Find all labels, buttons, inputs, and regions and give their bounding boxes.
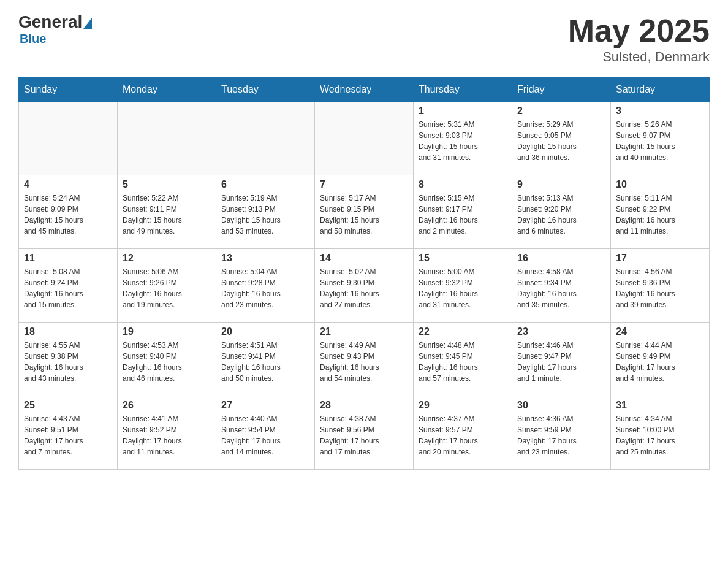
day-info: Sunrise: 4:46 AMSunset: 9:47 PMDaylight:…: [517, 340, 605, 384]
day-info: Sunrise: 5:22 AMSunset: 9:11 PMDaylight:…: [123, 193, 211, 237]
day-number: 15: [419, 253, 507, 264]
day-number: 13: [221, 253, 309, 264]
calendar-cell: [19, 102, 118, 175]
calendar-cell: 22Sunrise: 4:48 AMSunset: 9:45 PMDayligh…: [414, 323, 512, 396]
calendar-cell: 19Sunrise: 4:53 AMSunset: 9:40 PMDayligh…: [118, 323, 216, 396]
day-info: Sunrise: 5:11 AMSunset: 9:22 PMDaylight:…: [616, 193, 704, 237]
title-section: May 2025 Sulsted, Denmark: [568, 12, 710, 65]
calendar-cell: 24Sunrise: 4:44 AMSunset: 9:49 PMDayligh…: [611, 323, 710, 396]
day-number: 10: [616, 179, 704, 190]
weekday-header-wednesday: Wednesday: [315, 78, 414, 102]
day-number: 19: [123, 326, 211, 337]
calendar-cell: 25Sunrise: 4:43 AMSunset: 9:51 PMDayligh…: [19, 396, 118, 470]
calendar-cell: 29Sunrise: 4:37 AMSunset: 9:57 PMDayligh…: [414, 396, 512, 470]
day-number: 8: [419, 179, 507, 190]
calendar-cell: 30Sunrise: 4:36 AMSunset: 9:59 PMDayligh…: [512, 396, 611, 470]
calendar-cell: 8Sunrise: 5:15 AMSunset: 9:17 PMDaylight…: [414, 175, 512, 249]
day-number: 2: [517, 105, 605, 117]
calendar-cell: 14Sunrise: 5:02 AMSunset: 9:30 PMDayligh…: [315, 249, 414, 323]
calendar-week-row: 25Sunrise: 4:43 AMSunset: 9:51 PMDayligh…: [19, 396, 710, 470]
day-info: Sunrise: 5:06 AMSunset: 9:26 PMDaylight:…: [123, 266, 211, 310]
day-info: Sunrise: 5:08 AMSunset: 9:24 PMDaylight:…: [24, 266, 112, 310]
calendar-cell: 23Sunrise: 4:46 AMSunset: 9:47 PMDayligh…: [512, 323, 611, 396]
calendar-cell: 18Sunrise: 4:55 AMSunset: 9:38 PMDayligh…: [19, 323, 118, 396]
weekday-header-thursday: Thursday: [414, 78, 512, 102]
day-number: 16: [517, 253, 605, 264]
calendar-cell: 7Sunrise: 5:17 AMSunset: 9:15 PMDaylight…: [315, 175, 414, 249]
day-number: 30: [517, 400, 605, 411]
day-number: 21: [320, 326, 408, 337]
weekday-header-friday: Friday: [512, 78, 611, 102]
day-info: Sunrise: 5:02 AMSunset: 9:30 PMDaylight:…: [320, 266, 408, 310]
calendar-cell: 5Sunrise: 5:22 AMSunset: 9:11 PMDaylight…: [118, 175, 216, 249]
calendar-cell: 11Sunrise: 5:08 AMSunset: 9:24 PMDayligh…: [19, 249, 118, 323]
day-number: 29: [419, 400, 507, 411]
calendar-cell: 4Sunrise: 5:24 AMSunset: 9:09 PMDaylight…: [19, 175, 118, 249]
logo-general-text: General: [18, 12, 82, 32]
day-info: Sunrise: 5:24 AMSunset: 9:09 PMDaylight:…: [24, 193, 112, 237]
calendar-cell: [216, 102, 315, 175]
calendar-cell: 21Sunrise: 4:49 AMSunset: 9:43 PMDayligh…: [315, 323, 414, 396]
calendar-cell: 12Sunrise: 5:06 AMSunset: 9:26 PMDayligh…: [118, 249, 216, 323]
calendar-week-row: 1Sunrise: 5:31 AMSunset: 9:03 PMDaylight…: [19, 102, 710, 175]
page-header: General Blue May 2025 Sulsted, Denmark: [18, 12, 710, 65]
weekday-header-tuesday: Tuesday: [216, 78, 315, 102]
day-info: Sunrise: 5:04 AMSunset: 9:28 PMDaylight:…: [221, 266, 309, 310]
calendar-cell: 10Sunrise: 5:11 AMSunset: 9:22 PMDayligh…: [611, 175, 710, 249]
logo-triangle-icon: [83, 18, 92, 29]
calendar-week-row: 11Sunrise: 5:08 AMSunset: 9:24 PMDayligh…: [19, 249, 710, 323]
logo-bottom-text: Blue: [20, 32, 46, 46]
weekday-header-monday: Monday: [118, 78, 216, 102]
day-info: Sunrise: 5:17 AMSunset: 9:15 PMDaylight:…: [320, 193, 408, 237]
day-number: 14: [320, 253, 408, 264]
calendar-cell: 20Sunrise: 4:51 AMSunset: 9:41 PMDayligh…: [216, 323, 315, 396]
logo-top: General: [18, 12, 94, 32]
day-info: Sunrise: 4:37 AMSunset: 9:57 PMDaylight:…: [419, 413, 507, 458]
day-number: 26: [123, 400, 211, 411]
month-title: May 2025: [568, 12, 710, 49]
day-info: Sunrise: 4:49 AMSunset: 9:43 PMDaylight:…: [320, 340, 408, 384]
day-number: 7: [320, 179, 408, 190]
day-number: 4: [24, 179, 112, 190]
day-number: 17: [616, 253, 704, 264]
day-number: 1: [419, 105, 507, 117]
day-number: 28: [320, 400, 408, 411]
calendar-cell: 28Sunrise: 4:38 AMSunset: 9:56 PMDayligh…: [315, 396, 414, 470]
day-number: 24: [616, 326, 704, 337]
day-info: Sunrise: 4:53 AMSunset: 9:40 PMDaylight:…: [123, 340, 211, 384]
calendar-week-row: 4Sunrise: 5:24 AMSunset: 9:09 PMDaylight…: [19, 175, 710, 249]
day-info: Sunrise: 4:58 AMSunset: 9:34 PMDaylight:…: [517, 266, 605, 310]
calendar-cell: 13Sunrise: 5:04 AMSunset: 9:28 PMDayligh…: [216, 249, 315, 323]
day-info: Sunrise: 5:15 AMSunset: 9:17 PMDaylight:…: [419, 193, 507, 237]
day-number: 25: [24, 400, 112, 411]
calendar-cell: 26Sunrise: 4:41 AMSunset: 9:52 PMDayligh…: [118, 396, 216, 470]
calendar-cell: 2Sunrise: 5:29 AMSunset: 9:05 PMDaylight…: [512, 102, 611, 175]
day-info: Sunrise: 5:31 AMSunset: 9:03 PMDaylight:…: [419, 119, 507, 163]
calendar-cell: 16Sunrise: 4:58 AMSunset: 9:34 PMDayligh…: [512, 249, 611, 323]
day-number: 20: [221, 326, 309, 337]
calendar-cell: 31Sunrise: 4:34 AMSunset: 10:00 PMDaylig…: [611, 396, 710, 470]
weekday-header-saturday: Saturday: [611, 78, 710, 102]
day-number: 23: [517, 326, 605, 337]
day-info: Sunrise: 4:43 AMSunset: 9:51 PMDaylight:…: [24, 413, 112, 458]
day-number: 31: [616, 400, 704, 411]
day-info: Sunrise: 4:38 AMSunset: 9:56 PMDaylight:…: [320, 413, 408, 458]
day-number: 9: [517, 179, 605, 190]
calendar-week-row: 18Sunrise: 4:55 AMSunset: 9:38 PMDayligh…: [19, 323, 710, 396]
day-info: Sunrise: 5:26 AMSunset: 9:07 PMDaylight:…: [616, 119, 704, 163]
day-number: 12: [123, 253, 211, 264]
day-number: 3: [616, 105, 704, 117]
calendar-cell: [315, 102, 414, 175]
day-info: Sunrise: 5:29 AMSunset: 9:05 PMDaylight:…: [517, 119, 605, 163]
day-info: Sunrise: 5:19 AMSunset: 9:13 PMDaylight:…: [221, 193, 309, 237]
calendar-table: SundayMondayTuesdayWednesdayThursdayFrid…: [18, 77, 710, 470]
day-info: Sunrise: 4:44 AMSunset: 9:49 PMDaylight:…: [616, 340, 704, 384]
day-number: 5: [123, 179, 211, 190]
day-info: Sunrise: 4:48 AMSunset: 9:45 PMDaylight:…: [419, 340, 507, 384]
calendar-cell: 9Sunrise: 5:13 AMSunset: 9:20 PMDaylight…: [512, 175, 611, 249]
day-number: 22: [419, 326, 507, 337]
day-info: Sunrise: 5:00 AMSunset: 9:32 PMDaylight:…: [419, 266, 507, 310]
day-number: 27: [221, 400, 309, 411]
calendar-cell: 1Sunrise: 5:31 AMSunset: 9:03 PMDaylight…: [414, 102, 512, 175]
weekday-header-sunday: Sunday: [19, 78, 118, 102]
